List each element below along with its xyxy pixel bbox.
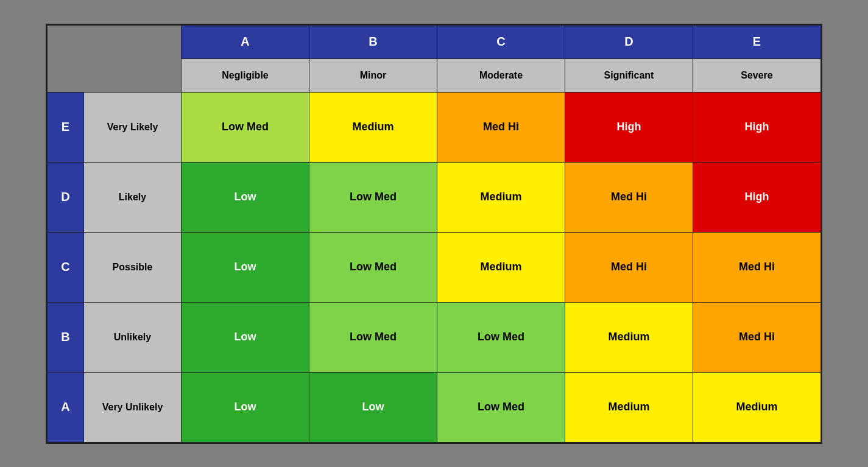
- col-header-label: Moderate: [437, 58, 565, 92]
- col-header-label: Significant: [565, 58, 693, 92]
- risk-cell: Medium: [565, 302, 693, 372]
- row-label: Likely: [84, 162, 182, 232]
- row-letter: A: [48, 372, 84, 442]
- col-header-letter: B: [309, 25, 437, 58]
- row-letter: C: [48, 232, 84, 302]
- corner-cell: [48, 25, 182, 92]
- col-header-label: Minor: [309, 58, 437, 92]
- row-label: Very Unlikely: [84, 372, 182, 442]
- row-letter: E: [48, 92, 84, 162]
- col-header-letter: E: [693, 25, 821, 58]
- risk-cell: Low: [309, 372, 437, 442]
- col-header-letter: D: [565, 25, 693, 58]
- risk-cell: Med Hi: [437, 92, 565, 162]
- row-label: Very Likely: [84, 92, 182, 162]
- risk-matrix: ABCDENegligibleMinorModerateSignificantS…: [46, 24, 822, 444]
- row-letter: D: [48, 162, 84, 232]
- risk-cell: Low Med: [309, 232, 437, 302]
- risk-cell: Low Med: [437, 372, 565, 442]
- row-label: Unlikely: [84, 302, 182, 372]
- col-header-letter: C: [437, 25, 565, 58]
- risk-cell: Med Hi: [693, 232, 821, 302]
- risk-cell: Medium: [309, 92, 437, 162]
- risk-cell: Med Hi: [693, 302, 821, 372]
- risk-cell: Low Med: [309, 162, 437, 232]
- risk-cell: Low Med: [182, 92, 309, 162]
- risk-cell: Low: [182, 302, 309, 372]
- risk-cell: Low: [182, 372, 309, 442]
- risk-cell: Med Hi: [565, 232, 693, 302]
- risk-cell: Low Med: [309, 302, 437, 372]
- col-header-letter: A: [182, 25, 309, 58]
- risk-cell: Medium: [565, 372, 693, 442]
- row-label: Possible: [84, 232, 182, 302]
- risk-cell: Medium: [693, 372, 821, 442]
- risk-cell: Med Hi: [565, 162, 693, 232]
- risk-cell: Low: [182, 232, 309, 302]
- risk-cell: Low Med: [437, 302, 565, 372]
- risk-cell: High: [693, 162, 821, 232]
- col-header-label: Severe: [693, 58, 821, 92]
- risk-cell: Low: [182, 162, 309, 232]
- col-header-label: Negligible: [182, 58, 309, 92]
- risk-cell: Medium: [437, 232, 565, 302]
- row-letter: B: [48, 302, 84, 372]
- risk-cell: Medium: [437, 162, 565, 232]
- risk-cell: High: [565, 92, 693, 162]
- risk-cell: High: [693, 92, 821, 162]
